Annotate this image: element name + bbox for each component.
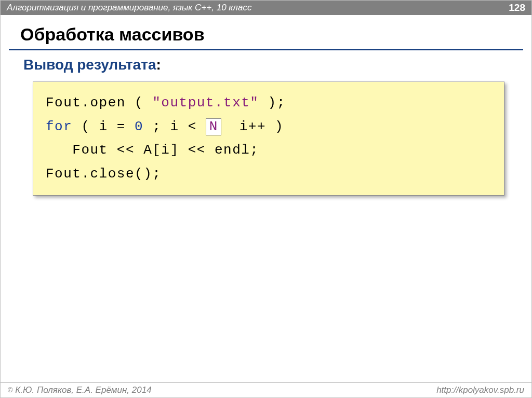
code-line-2: for ( i = 0 ; i < N i++ ) — [46, 115, 491, 139]
copyright-text: К.Ю. Поляков, Е.А. Ерёмин, 2014 — [13, 385, 152, 395]
slide-title: Обработка массивов — [1, 15, 531, 49]
code-line-1: Fout.open ( "output.txt" ); — [46, 91, 491, 115]
copyright-icon: © — [8, 386, 13, 394]
code-number: 0 — [135, 119, 143, 134]
slide-content: Вывод результата: Fout.open ( "output.tx… — [1, 57, 531, 196]
code-text: i++ ) — [221, 119, 284, 134]
title-divider — [9, 49, 523, 50]
slide-header: Алгоритмизация и программирование, язык … — [1, 1, 531, 15]
code-text: Fout.open ( — [46, 95, 152, 111]
course-title: Алгоритмизация и программирование, язык … — [7, 3, 251, 13]
slide-footer: © К.Ю. Поляков, Е.А. Ерёмин, 2014 http:/… — [1, 382, 531, 397]
page-number: 128 — [509, 2, 525, 13]
code-keyword: for — [46, 119, 72, 134]
subtitle-colon: : — [156, 57, 161, 73]
code-text: ; i < — [143, 119, 206, 134]
code-text: ( i = — [72, 119, 135, 134]
footer-url: http://kpolyakov.spb.ru — [436, 385, 524, 395]
code-boxed-var: N — [206, 118, 222, 135]
code-block: Fout.open ( "output.txt" ); for ( i = 0 … — [33, 81, 504, 196]
code-text: ); — [259, 95, 285, 111]
code-line-4: Fout.close(); — [46, 162, 491, 186]
subtitle: Вывод результата: — [23, 57, 509, 73]
code-line-3: Fout << A[i] << endl; — [46, 139, 491, 162]
subtitle-text: Вывод результата — [23, 57, 156, 73]
code-string: "output.txt" — [152, 95, 259, 111]
copyright: © К.Ю. Поляков, Е.А. Ерёмин, 2014 — [8, 385, 152, 395]
